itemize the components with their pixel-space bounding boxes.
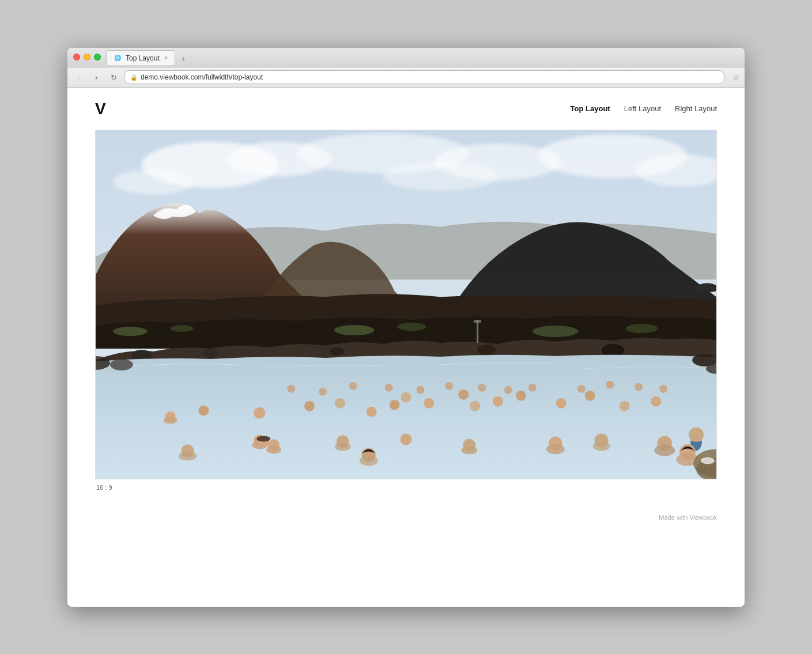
reload-icon: ↻	[111, 73, 117, 82]
minimize-button[interactable]	[84, 54, 90, 61]
svg-point-47	[179, 451, 197, 460]
svg-rect-25	[474, 320, 481, 323]
traffic-lights	[73, 54, 101, 61]
svg-point-52	[401, 433, 412, 445]
back-icon: ‹	[78, 73, 81, 82]
svg-point-19	[602, 343, 625, 356]
svg-point-75	[504, 385, 512, 394]
svg-point-28	[254, 407, 265, 418]
tab-title: Top Layout	[126, 54, 160, 62]
reload-button[interactable]: ↻	[107, 70, 120, 84]
svg-point-68	[287, 384, 295, 392]
svg-point-62	[593, 441, 610, 451]
browser-window: 🌐 Top Layout × + ‹ › ↻ 🔒 demo.viewbook.c…	[67, 48, 745, 607]
address-bar[interactable]: 🔒 demo.viewbook.com/fullwidth/top-layout	[124, 70, 724, 84]
nav-link-left-layout[interactable]: Left Layout	[624, 104, 661, 113]
svg-point-30	[335, 398, 345, 408]
svg-point-77	[577, 384, 586, 392]
svg-point-41	[619, 400, 629, 411]
svg-point-70	[349, 381, 357, 390]
svg-point-9	[113, 327, 148, 336]
svg-point-14	[625, 324, 658, 333]
site-nav: Top Layout Left Layout Right Layout	[571, 104, 717, 113]
svg-point-73	[445, 381, 453, 390]
page-content: V Top Layout Left Layout Right Layout	[67, 88, 745, 607]
svg-rect-24	[477, 320, 478, 343]
svg-point-29	[304, 400, 315, 411]
image-wrapper	[95, 130, 717, 479]
url-text: demo.viewbook.com/fullwidth/top-layout	[141, 73, 718, 81]
svg-point-31	[367, 406, 377, 417]
nav-link-top-layout[interactable]: Top Layout	[571, 104, 610, 113]
svg-point-8	[383, 161, 498, 190]
svg-point-76	[528, 383, 537, 391]
svg-point-43	[164, 417, 177, 424]
tab-favicon: 🌐	[114, 55, 121, 62]
svg-point-18	[477, 344, 496, 354]
back-button[interactable]: ‹	[72, 70, 86, 84]
svg-point-42	[651, 396, 661, 406]
title-bar: 🌐 Top Layout × +	[67, 48, 745, 67]
svg-point-17	[330, 347, 344, 355]
svg-point-38	[516, 390, 526, 400]
svg-point-60	[546, 444, 565, 454]
main-image	[96, 130, 716, 479]
site-footer: Made with Viewbook	[67, 502, 745, 538]
svg-point-33	[401, 392, 411, 402]
svg-point-49	[266, 445, 281, 453]
forward-icon: ›	[95, 73, 98, 82]
image-caption: 16 : 9	[95, 484, 717, 491]
tab-area: 🌐 Top Layout × +	[107, 50, 739, 65]
bookmark-button[interactable]: ☆	[732, 73, 740, 82]
svg-point-83	[701, 457, 715, 464]
new-tab-button[interactable]: +	[177, 53, 189, 65]
svg-point-72	[416, 385, 424, 394]
tab-close-button[interactable]: ×	[164, 55, 168, 61]
footer-text: Made with Viewbook	[659, 514, 717, 521]
svg-point-69	[319, 387, 327, 395]
nav-link-right-layout[interactable]: Right Layout	[675, 104, 717, 113]
svg-point-79	[635, 383, 643, 391]
svg-point-32	[390, 399, 400, 410]
nav-bar: ‹ › ↻ 🔒 demo.viewbook.com/fullwidth/top-…	[67, 67, 745, 88]
svg-point-54	[461, 446, 477, 454]
svg-point-40	[585, 390, 595, 400]
svg-point-7	[113, 169, 194, 194]
svg-point-37	[493, 396, 503, 406]
svg-point-56	[256, 436, 270, 441]
svg-point-21	[110, 358, 133, 370]
svg-point-13	[532, 326, 579, 337]
svg-point-78	[606, 380, 614, 388]
svg-point-58	[360, 455, 378, 466]
lock-icon: 🔒	[130, 74, 137, 81]
svg-point-11	[334, 325, 375, 335]
svg-point-36	[470, 400, 480, 411]
svg-point-39	[556, 398, 566, 408]
svg-point-80	[659, 384, 667, 392]
svg-point-34	[424, 398, 434, 408]
svg-point-16	[202, 348, 218, 357]
forward-button[interactable]: ›	[89, 70, 103, 84]
svg-point-27	[199, 405, 209, 415]
svg-point-10	[171, 325, 194, 332]
close-button[interactable]	[73, 54, 80, 61]
svg-point-65	[689, 427, 704, 442]
site-logo: V	[95, 100, 105, 118]
main-image-container: 16 : 9	[67, 130, 745, 502]
svg-point-51	[335, 443, 351, 451]
site-header: V Top Layout Left Layout Right Layout	[67, 88, 745, 130]
svg-point-64	[654, 444, 675, 456]
svg-point-35	[458, 389, 469, 399]
svg-point-12	[398, 323, 426, 331]
svg-point-74	[478, 383, 486, 391]
svg-point-71	[385, 383, 393, 391]
browser-tab[interactable]: 🌐 Top Layout ×	[107, 50, 175, 65]
maximize-button[interactable]	[94, 54, 101, 61]
